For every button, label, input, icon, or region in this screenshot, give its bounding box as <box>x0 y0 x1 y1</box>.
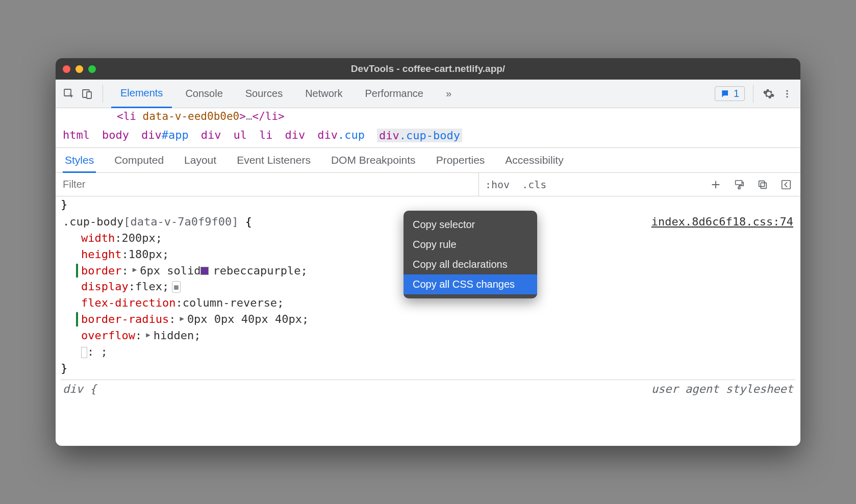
main-toolbar: Elements Console Sources Network Perform… <box>56 80 800 108</box>
issues-count: 1 <box>734 88 739 99</box>
subtab-dom-breakpoints[interactable]: DOM Breakpoints <box>329 148 418 172</box>
paint-icon[interactable] <box>732 178 746 192</box>
color-swatch[interactable] <box>200 267 209 275</box>
subtab-accessibility[interactable]: Accessibility <box>503 148 565 172</box>
flex-badge-icon[interactable]: ▦ <box>172 281 180 292</box>
context-menu-item[interactable]: Copy all CSS changes <box>404 274 537 294</box>
breadcrumb-item[interactable]: div.cup <box>317 129 365 142</box>
breadcrumb: htmlbodydiv#appdivullidivdiv.cupdiv.cup-… <box>56 124 800 148</box>
devtools-window: DevTools - coffee-cart.netlify.app/ Elem… <box>56 58 800 446</box>
context-menu-item[interactable]: Copy all declarations <box>404 255 537 274</box>
minimize-window-button[interactable] <box>75 65 83 73</box>
context-menu-item[interactable]: Copy rule <box>404 235 537 255</box>
dom-tree-line[interactable]: <li data-v-eed0b0e0>…</li> <box>56 108 800 124</box>
breadcrumb-item[interactable]: body <box>102 129 129 142</box>
styles-subtabs: StylesComputedLayoutEvent ListenersDOM B… <box>56 148 800 173</box>
styles-pane: } .cup-body[data-v-7a0f9f00] { index.8d6… <box>56 196 800 446</box>
kebab-menu-icon[interactable] <box>780 87 794 101</box>
breadcrumb-item[interactable]: li <box>259 129 273 142</box>
svg-rect-9 <box>759 181 765 186</box>
svg-point-4 <box>786 93 788 94</box>
breadcrumb-item[interactable]: div <box>285 129 305 142</box>
breadcrumb-item[interactable]: ul <box>233 129 247 142</box>
subtab-event-listeners[interactable]: Event Listeners <box>235 148 313 172</box>
new-style-rule-icon[interactable] <box>709 178 723 192</box>
cls-toggle[interactable]: .cls <box>516 179 552 191</box>
close-window-button[interactable] <box>63 65 70 73</box>
svg-rect-2 <box>87 92 91 98</box>
breadcrumb-item[interactable]: div#app <box>141 129 189 142</box>
breadcrumb-item[interactable]: div.cup-body <box>377 129 462 142</box>
tab-network[interactable]: Network <box>296 80 351 108</box>
rule-source-link[interactable]: index.8d6c6f18.css:74 <box>651 214 793 230</box>
new-declaration-row[interactable]: : ; <box>81 344 795 360</box>
issues-badge[interactable]: 1 <box>715 86 745 101</box>
svg-point-5 <box>786 96 788 97</box>
subtab-properties[interactable]: Properties <box>434 148 487 172</box>
traffic-lights <box>63 65 96 73</box>
subtab-styles[interactable]: Styles <box>63 148 96 173</box>
tab-elements[interactable]: Elements <box>111 80 172 108</box>
tab-console[interactable]: Console <box>176 80 232 108</box>
device-toggle-icon[interactable] <box>80 87 94 101</box>
maximize-window-button[interactable] <box>88 65 96 73</box>
tabs-overflow[interactable]: » <box>437 80 461 108</box>
rule-close-brace: } <box>61 360 795 376</box>
svg-rect-6 <box>736 180 742 184</box>
window-title: DevTools - coffee-cart.netlify.app/ <box>56 63 800 74</box>
subtab-computed[interactable]: Computed <box>112 148 166 172</box>
declaration-row[interactable]: overflow:▶hidden; <box>81 327 795 344</box>
issues-icon <box>720 89 731 99</box>
tab-performance[interactable]: Performance <box>356 80 433 108</box>
svg-point-3 <box>786 90 788 91</box>
settings-icon[interactable] <box>762 87 776 101</box>
hov-toggle[interactable]: :hov <box>479 179 516 191</box>
ua-selector: div { <box>63 381 96 397</box>
breadcrumb-item[interactable]: div <box>201 129 221 142</box>
breadcrumb-item[interactable]: html <box>63 129 90 142</box>
styles-filter-input[interactable] <box>56 173 479 196</box>
tab-sources[interactable]: Sources <box>236 80 292 108</box>
titlebar: DevTools - coffee-cart.netlify.app/ <box>56 58 800 80</box>
svg-rect-10 <box>782 180 791 189</box>
rule-selector[interactable]: .cup-body[data-v-7a0f9f00] { <box>63 214 252 230</box>
svg-rect-0 <box>64 89 71 96</box>
styles-filter-bar: :hov .cls <box>56 173 800 196</box>
context-menu-item[interactable]: Copy selector <box>404 215 537 235</box>
svg-rect-8 <box>761 183 766 188</box>
computed-panel-toggle-icon[interactable] <box>779 178 793 192</box>
svg-rect-7 <box>738 187 740 189</box>
subtab-layout[interactable]: Layout <box>182 148 218 172</box>
inspect-element-icon[interactable] <box>62 87 76 101</box>
ua-label: user agent stylesheet <box>651 381 793 397</box>
user-agent-rule: div { user agent stylesheet <box>61 380 795 397</box>
declaration-row[interactable]: border-radius:▶0px 0px 40px 40px; <box>81 311 795 327</box>
copy-icon[interactable] <box>756 178 770 192</box>
context-menu: Copy selectorCopy ruleCopy all declarati… <box>404 211 537 298</box>
